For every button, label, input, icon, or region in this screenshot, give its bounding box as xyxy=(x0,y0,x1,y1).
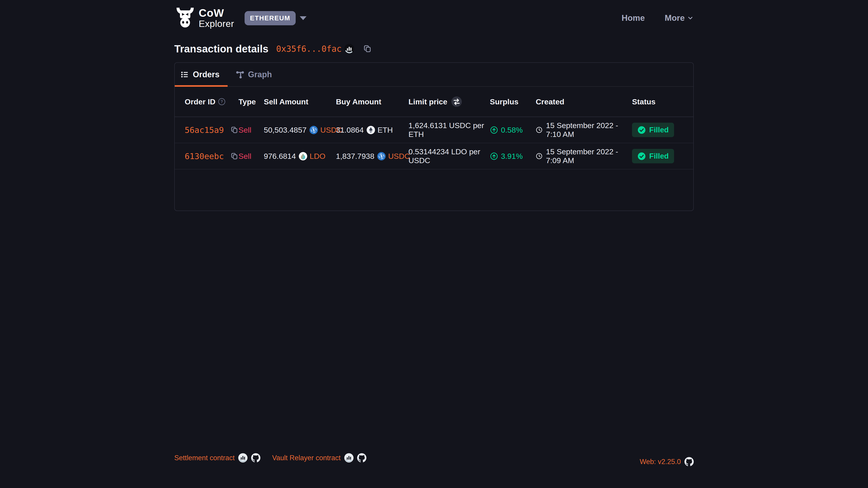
footer-contracts: Settlement contract Vault Relayer contra… xyxy=(174,453,366,462)
copy-order-id-button[interactable] xyxy=(230,152,239,160)
tab-orders[interactable]: Orders xyxy=(175,63,228,86)
arrow-up-circle-icon xyxy=(490,152,498,160)
page: CoW Explorer ETHEREUM Home More Transact… xyxy=(0,0,868,488)
created-value: 15 September 2022 - 7:09 AM xyxy=(546,147,632,165)
network-badge[interactable]: ETHEREUM xyxy=(245,11,296,25)
tab-orders-label: Orders xyxy=(193,70,219,79)
col-limit-price: Limit price xyxy=(408,96,490,107)
settlement-contract-group: Settlement contract xyxy=(174,453,260,462)
col-type: Type xyxy=(239,97,264,106)
buy-token-link[interactable]: USDC xyxy=(388,152,410,161)
footer-version-group: Web: v2.25.0 xyxy=(640,457,694,466)
main-nav: Home More xyxy=(622,13,694,23)
order-id-link[interactable]: 6130eebc xyxy=(185,152,224,161)
invert-price-button[interactable] xyxy=(452,96,462,107)
copy-icon xyxy=(230,126,239,134)
col-order-id: Order ID xyxy=(185,97,239,106)
type-cell: Sell xyxy=(239,126,264,134)
github-icon[interactable] xyxy=(357,453,366,462)
etherscan-identicon-icon xyxy=(344,44,354,54)
order-id-link[interactable]: 56ac15a9 xyxy=(185,125,224,135)
table-row: 56ac15a9 Sell 50,503.4857 USDC xyxy=(175,117,693,143)
limit-price-cell: 0.53144234 LDO per USDC xyxy=(408,147,490,165)
chevron-down-icon xyxy=(687,15,694,22)
buy-amount-cell: 1,837.7938 USDC xyxy=(336,152,408,161)
surplus-cell: 0.58% xyxy=(490,126,536,134)
github-icon[interactable] xyxy=(251,453,260,462)
web-version-link[interactable]: Web: v2.25.0 xyxy=(640,458,681,466)
title-row: Transaction details 0x35f6...0fac xyxy=(174,42,694,55)
buy-token-label: ETH xyxy=(377,126,393,134)
page-title: Transaction details xyxy=(174,43,269,55)
eth-token-icon xyxy=(367,126,375,134)
orders-card: Orders Graph Order ID Type Sell Amount B… xyxy=(174,62,694,211)
tab-graph[interactable]: Graph xyxy=(228,63,280,86)
etherscan-icon[interactable] xyxy=(344,453,353,462)
usdc-token-icon xyxy=(309,126,318,134)
col-buy-amount: Buy Amount xyxy=(336,97,408,106)
clock-icon xyxy=(536,126,542,134)
surplus-value: 0.58% xyxy=(501,126,523,134)
cow-logo-icon xyxy=(174,7,196,29)
arrow-up-circle-icon xyxy=(490,126,498,134)
logo-subtitle: Explorer xyxy=(199,19,234,29)
check-circle-icon xyxy=(638,126,646,134)
sell-token-link[interactable]: LDO xyxy=(310,152,326,161)
created-value: 15 September 2022 - 7:10 AM xyxy=(546,121,632,139)
nav-more-label: More xyxy=(665,13,685,23)
help-icon[interactable] xyxy=(218,98,226,106)
buy-amount-cell: 31.0864 ETH xyxy=(336,126,408,134)
order-id-cell: 6130eebc xyxy=(185,152,239,161)
col-sell-amount: Sell Amount xyxy=(264,97,336,106)
status-badge: Filled xyxy=(632,149,674,163)
col-order-id-label: Order ID xyxy=(185,97,215,106)
nav-home[interactable]: Home xyxy=(622,13,645,23)
sell-amount-value: 976.6814 xyxy=(264,152,296,161)
buy-amount-value: 1,837.7938 xyxy=(336,152,374,161)
table-header-row: Order ID Type Sell Amount Buy Amount Lim… xyxy=(175,87,693,117)
vault-relayer-contract-link[interactable]: Vault Relayer contract xyxy=(272,454,341,462)
copy-icon xyxy=(363,44,372,53)
fork-graph-icon xyxy=(236,70,244,79)
network-selector[interactable]: ETHEREUM xyxy=(245,11,307,25)
caret-down-icon xyxy=(300,16,307,20)
limit-price-cell: 1,624.6131 USDC per ETH xyxy=(408,121,490,139)
tab-bar: Orders Graph xyxy=(175,63,693,87)
copy-tx-hash-button[interactable] xyxy=(363,44,372,53)
buy-amount-value: 31.0864 xyxy=(336,126,364,134)
github-icon[interactable] xyxy=(684,457,694,466)
copy-order-id-button[interactable] xyxy=(230,126,239,134)
settlement-contract-link[interactable]: Settlement contract xyxy=(174,454,235,462)
type-cell: Sell xyxy=(239,152,264,161)
status-cell: Filled xyxy=(632,123,683,137)
surplus-cell: 3.91% xyxy=(490,152,536,161)
sell-amount-value: 50,503.4857 xyxy=(264,126,307,134)
ldo-token-icon xyxy=(299,152,307,160)
nav-more[interactable]: More xyxy=(665,13,694,23)
sell-token: LDO xyxy=(299,152,326,161)
col-limit-price-label: Limit price xyxy=(408,97,447,106)
col-created: Created xyxy=(536,97,632,106)
status-cell: Filled xyxy=(632,149,683,163)
created-cell: 15 September 2022 - 7:09 AM xyxy=(536,147,632,165)
logo-title: CoW xyxy=(199,8,234,19)
clock-icon xyxy=(536,152,542,160)
surplus-value: 3.91% xyxy=(501,152,523,161)
col-surplus: Surplus xyxy=(490,97,536,106)
cow-explorer-logo[interactable]: CoW Explorer xyxy=(174,7,234,29)
col-status: Status xyxy=(632,97,683,106)
list-icon xyxy=(181,70,189,79)
tab-graph-label: Graph xyxy=(248,70,272,79)
buy-token: USDC xyxy=(377,152,410,161)
swap-arrows-icon xyxy=(452,96,462,107)
logo-text: CoW Explorer xyxy=(199,8,234,29)
footer: Settlement contract Vault Relayer contra… xyxy=(0,449,868,466)
status-label: Filled xyxy=(649,152,669,160)
header: CoW Explorer ETHEREUM Home More xyxy=(174,7,694,29)
vault-relayer-contract-group: Vault Relayer contract xyxy=(272,453,366,462)
etherscan-icon[interactable] xyxy=(238,453,248,462)
sell-amount-cell: 50,503.4857 USDC xyxy=(264,126,336,134)
copy-icon xyxy=(230,152,239,160)
status-label: Filled xyxy=(649,126,669,134)
created-cell: 15 September 2022 - 7:10 AM xyxy=(536,121,632,139)
